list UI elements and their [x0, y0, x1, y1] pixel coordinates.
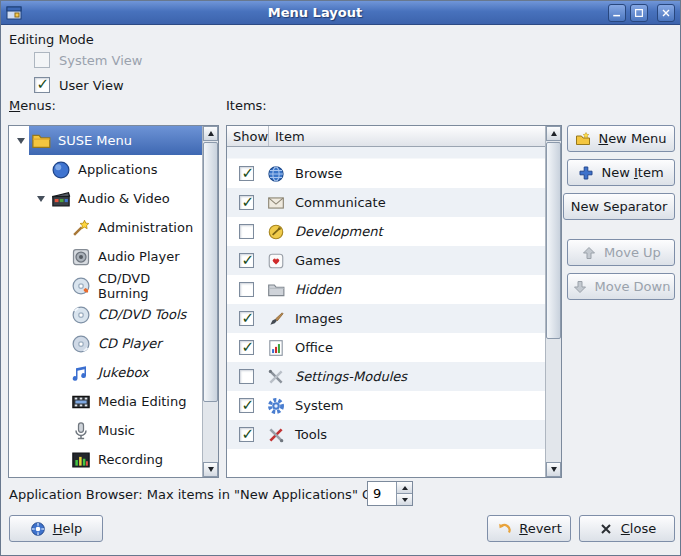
max-items-input[interactable]: [368, 482, 396, 505]
close-button[interactable]: Close: [579, 515, 675, 542]
column-header-show[interactable]: Show: [227, 126, 269, 146]
items-rows: BrowseCommunicateDevelopmentGamesHiddenI…: [227, 147, 545, 449]
tree-scroll-up-button[interactable]: [203, 126, 218, 141]
tree-item-label: Applications: [78, 162, 157, 177]
table-row-hidden[interactable]: Hidden: [227, 275, 545, 304]
tree-item-music[interactable]: Music: [9, 416, 202, 445]
arrow-down-icon: [402, 498, 408, 502]
office-icon: [267, 339, 285, 357]
table-row-office[interactable]: Office: [227, 333, 545, 362]
tree-item-label: Administration: [98, 220, 193, 235]
administration-icon: [71, 218, 91, 238]
item-label: Games: [295, 253, 340, 268]
show-checkbox[interactable]: [239, 282, 254, 297]
new-item-button[interactable]: New Item: [567, 159, 675, 186]
tree-row-content: Audio & Video: [49, 184, 202, 213]
user-view-checkbox[interactable]: [34, 77, 50, 93]
show-checkbox[interactable]: [239, 427, 254, 442]
arrow-down-icon: [208, 467, 214, 472]
show-checkbox[interactable]: [239, 224, 254, 239]
tree-scroll-down-button[interactable]: [203, 462, 218, 477]
new-item-label: New Item: [601, 165, 663, 180]
move-down-button[interactable]: Move Down: [567, 273, 675, 300]
tree-item-label: Media Editing: [98, 394, 186, 409]
table-row-tools[interactable]: Tools: [227, 420, 545, 449]
tree-item-recording[interactable]: Recording: [9, 445, 202, 474]
tree-item-media-editing[interactable]: Media Editing: [9, 387, 202, 416]
user-view-option: User View: [34, 77, 124, 93]
items-scrollbar[interactable]: [545, 126, 561, 477]
system-view-label: System View: [59, 53, 142, 68]
table-row-system[interactable]: System: [227, 391, 545, 420]
close-icon: [598, 521, 614, 537]
window-icon: [6, 5, 22, 21]
revert-icon: [496, 521, 512, 537]
hidden-icon: [267, 281, 285, 299]
spin-buttons: [396, 482, 412, 505]
items-scroll-up-button[interactable]: [546, 126, 561, 141]
item-label: Tools: [295, 427, 327, 442]
move-down-label: Move Down: [595, 279, 671, 294]
table-row-development[interactable]: Development: [227, 217, 545, 246]
max-items-spinbox[interactable]: [367, 481, 413, 506]
menus-tree-panel: SUSE MenuApplicationsAudio & VideoAdmini…: [8, 125, 219, 478]
item-label: Communicate: [295, 195, 386, 210]
tree-item-audio-video[interactable]: Audio & Video: [9, 184, 202, 213]
revert-label: Revert: [519, 521, 562, 536]
table-row-games[interactable]: Games: [227, 246, 545, 275]
show-checkbox[interactable]: [239, 340, 254, 355]
titlebar[interactable]: Menu Layout: [1, 1, 680, 25]
items-scrollbar-thumb[interactable]: [546, 142, 561, 339]
maximize-button[interactable]: [630, 4, 648, 22]
tree-row-content: CD Player: [69, 329, 202, 358]
tree-item-administration[interactable]: Administration: [9, 213, 202, 242]
spin-up-button[interactable]: [397, 482, 412, 493]
triangle-down: [17, 138, 25, 144]
table-row-communicate[interactable]: Communicate: [227, 188, 545, 217]
show-checkbox[interactable]: [239, 369, 254, 384]
tree-item-cd-dvd-burning[interactable]: CD/DVD Burning: [9, 271, 202, 300]
new-menu-button[interactable]: New Menu: [567, 125, 675, 152]
system-view-checkbox[interactable]: [34, 52, 50, 68]
new-separator-button[interactable]: New Separator: [563, 193, 675, 220]
tree-item-cd-player[interactable]: CD Player: [9, 329, 202, 358]
tree-item-applications[interactable]: Applications: [9, 155, 202, 184]
move-up-button[interactable]: Move Up: [567, 239, 675, 266]
show-checkbox[interactable]: [239, 195, 254, 210]
revert-button[interactable]: Revert: [487, 515, 571, 542]
item-label: Browse: [295, 166, 342, 181]
show-checkbox[interactable]: [239, 166, 254, 181]
show-checkbox[interactable]: [239, 253, 254, 268]
tree-item-jukebox[interactable]: Jukebox: [9, 358, 202, 387]
settings-modules-icon: [267, 368, 285, 386]
show-checkbox[interactable]: [239, 311, 254, 326]
tree-scrollbar-thumb[interactable]: [203, 142, 218, 402]
tree-item-label: CD/DVD Burning: [98, 271, 202, 301]
tree-scrollbar[interactable]: [202, 126, 218, 477]
table-row-settings-modules[interactable]: Settings-Modules: [227, 362, 545, 391]
table-row-browse[interactable]: Browse: [227, 159, 545, 188]
expander-open-icon[interactable]: [13, 138, 29, 144]
maximize-icon: [633, 7, 645, 19]
games-icon: [267, 252, 285, 270]
show-checkbox[interactable]: [239, 398, 254, 413]
tree-item-cd-dvd-tools[interactable]: CD/DVD Tools: [9, 300, 202, 329]
help-button[interactable]: Help: [9, 515, 103, 542]
move-down-icon: [572, 279, 588, 295]
items-scroll-down-button[interactable]: [546, 462, 561, 477]
tree-item-audio-player[interactable]: Audio Player: [9, 242, 202, 271]
tree-row-content: Recording: [69, 445, 202, 474]
cd-tools-icon: [71, 305, 91, 325]
tree-item-suse-menu[interactable]: SUSE Menu: [9, 126, 202, 155]
close-window-button[interactable]: [657, 4, 675, 22]
table-row-images[interactable]: Images: [227, 304, 545, 333]
table-row-partial: [227, 147, 545, 159]
browse-icon: [267, 165, 285, 183]
communicate-icon: [267, 194, 285, 212]
tree-item-label: SUSE Menu: [58, 133, 132, 148]
expander-open-icon[interactable]: [33, 196, 49, 202]
spin-down-button[interactable]: [397, 493, 412, 505]
column-header-item[interactable]: Item: [269, 126, 311, 146]
audio-player-icon: [71, 247, 91, 267]
minimize-button[interactable]: [608, 4, 626, 22]
